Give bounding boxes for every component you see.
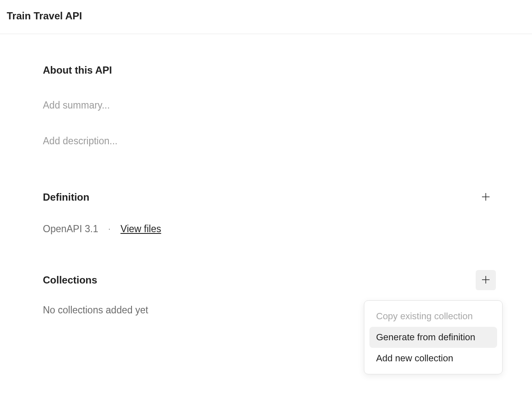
dot-separator: · — [108, 225, 111, 233]
definition-type-label: OpenAPI 3.1 — [43, 223, 98, 235]
collections-section-header: Collections Copy existing collection Gen… — [43, 270, 496, 290]
menu-add-new-collection[interactable]: Add new collection — [369, 348, 497, 369]
description-input[interactable]: Add description... — [43, 135, 496, 147]
about-section-title: About this API — [43, 64, 112, 76]
menu-generate-from-definition[interactable]: Generate from definition — [369, 327, 497, 348]
definition-section-title: Definition — [43, 191, 90, 203]
about-section-header: About this API — [43, 64, 496, 76]
page-title: Train Travel API — [7, 10, 525, 22]
summary-input[interactable]: Add summary... — [43, 100, 496, 111]
page-header: Train Travel API — [0, 0, 532, 34]
collections-section-title: Collections — [43, 274, 97, 286]
view-files-link[interactable]: View files — [121, 223, 161, 235]
plus-icon — [481, 275, 491, 286]
add-definition-button[interactable] — [476, 187, 496, 207]
definition-section-header: Definition — [43, 187, 496, 207]
collections-dropdown-menu: Copy existing collection Generate from d… — [364, 300, 503, 374]
collections-section: Collections Copy existing collection Gen… — [43, 270, 496, 316]
add-collection-button[interactable] — [476, 270, 496, 290]
plus-icon — [481, 192, 491, 203]
definition-row: OpenAPI 3.1 · View files — [43, 223, 496, 235]
about-section: About this API Add summary... Add descri… — [43, 64, 496, 147]
main-content: About this API Add summary... Add descri… — [0, 34, 532, 316]
menu-copy-existing-collection: Copy existing collection — [369, 306, 497, 327]
definition-section: Definition OpenAPI 3.1 · View files — [43, 187, 496, 235]
